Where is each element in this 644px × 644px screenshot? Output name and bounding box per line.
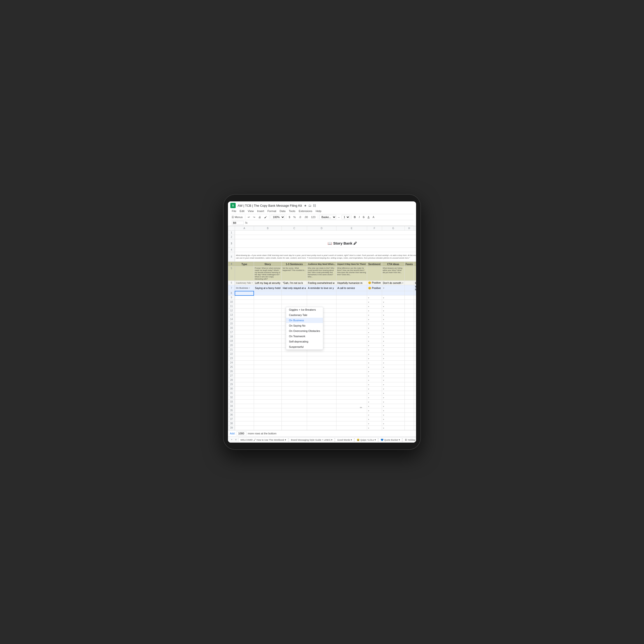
cell-story-7[interactable]: Saying at a fancy hotel (254, 285, 281, 291)
tab-welcome[interactable]: WELCOME! 🖊 How to Use This Workbook ▾ (238, 438, 288, 442)
table-row[interactable]: 8 (228, 291, 416, 295)
bold-btn[interactable]: B (353, 215, 357, 219)
menu-format[interactable]: Format (266, 209, 278, 213)
menu-extensions[interactable]: Extensions (297, 209, 314, 213)
dropdown-item-suspenseful[interactable]: Suspenseful (286, 344, 323, 349)
cell-audience-7[interactable]: A reminder to love on y (307, 285, 336, 291)
cell-ref-input[interactable] (232, 221, 244, 225)
share-icon[interactable]: ⛓ (313, 204, 316, 207)
col-header-d[interactable]: D (307, 226, 336, 231)
cell-type-6[interactable]: Cautionary Tale ▾ (235, 281, 254, 285)
type-dropdown-menu[interactable]: Giggles + Ice Breakers Cautionary Tale O… (286, 307, 323, 350)
menu-help[interactable]: Help (314, 209, 323, 213)
cell-sentiment-7[interactable]: 😊 Positive (367, 285, 382, 291)
corner-header (228, 226, 235, 231)
sheets-list-btn[interactable]: ≡ (234, 438, 238, 441)
star-icon[interactable]: ★ (304, 204, 307, 207)
tab-quips-chevron[interactable]: ▾ (375, 438, 376, 441)
size-select[interactable]: 10 (342, 215, 350, 219)
cell-impact-6[interactable]: Hopefully humanize m (336, 281, 367, 285)
spreadsheet-area[interactable]: A B C D E F G H I J K (228, 226, 416, 430)
edit-pencil-icon[interactable]: ✏ (360, 406, 362, 409)
add-rows-link[interactable]: Add (230, 432, 235, 435)
dropdown-item-self-deprecating[interactable]: Self-deprecating (286, 339, 323, 344)
dropdown-item-saying-no[interactable]: On Saying No (286, 323, 323, 328)
sep1 (245, 215, 245, 219)
cell-story-8[interactable] (254, 291, 281, 295)
menu-edit[interactable]: Edit (238, 209, 246, 213)
undo-btn[interactable]: ↩ (247, 215, 251, 219)
col-header-b[interactable]: B (254, 226, 281, 231)
tab-quips[interactable]: 😂 Quips +LOLs ▾ (355, 438, 378, 442)
dropdown-item-cautionary[interactable]: Cautionary Tale (286, 312, 323, 318)
drive-icon[interactable]: 🗂 (308, 204, 311, 207)
table-row: 4 (228, 248, 416, 252)
decimal-btn[interactable]: .0 (298, 215, 302, 219)
paint-btn[interactable]: 🖌 (263, 215, 268, 219)
cell-cta-8[interactable] (382, 291, 404, 295)
dropdown-item-obstacles[interactable]: On Overcoming Obstacles (286, 328, 323, 334)
col-header-c[interactable]: C (282, 226, 307, 231)
add-sheet-btn[interactable]: + (230, 438, 233, 441)
col-header-e[interactable]: E (336, 226, 367, 231)
italic-btn[interactable]: I (358, 215, 361, 219)
strikethrough-btn[interactable]: S (362, 215, 366, 219)
tab-quote-chevron[interactable]: ▾ (399, 438, 400, 441)
format123-btn[interactable]: 123 (310, 215, 316, 219)
cell-faves-6[interactable] (404, 281, 414, 285)
col-header-f[interactable]: F (367, 226, 382, 231)
cell-sentences-7[interactable]: Had only stayed at a (282, 285, 307, 291)
cell-story-6[interactable]: Left my bag at security (254, 281, 281, 285)
cell-sentiment-8[interactable] (367, 291, 382, 295)
tab-good-words-chevron[interactable]: ▾ (351, 438, 352, 441)
dropdown-item-business[interactable]: On Business (286, 318, 323, 323)
cell-impact-7[interactable]: A call to service (336, 285, 367, 291)
redo-btn[interactable]: ↪ (252, 215, 256, 219)
tab-holiday-copy[interactable]: 🗓 Holiday Copy ▾ (403, 438, 416, 442)
dropdown-item-giggles[interactable]: Giggles + Ice Breakers (286, 307, 323, 312)
cell-notes-6[interactable]: Email! (414, 281, 416, 285)
tab-brand-chevron[interactable]: ▾ (331, 438, 332, 441)
print-btn[interactable]: 🖨 (257, 215, 262, 219)
tab-brand-messaging[interactable]: Brand Messaging Style Guide + LINKS ▾ (289, 438, 335, 442)
menu-file[interactable]: File (230, 209, 238, 213)
menus-btn[interactable]: ☰ Menus (230, 215, 244, 219)
dash-btn[interactable]: – (337, 215, 341, 219)
col-header-h[interactable]: H (404, 226, 414, 231)
cell-sentences-8[interactable] (282, 291, 307, 295)
add-rows-count-input[interactable] (236, 432, 247, 435)
cell-sentences-6[interactable]: "Gah, I'm not so b (282, 281, 307, 285)
cell-impact-8[interactable] (336, 291, 367, 295)
col-header-g[interactable]: G (382, 226, 404, 231)
font-select[interactable]: Baske... (319, 215, 336, 219)
menu-data[interactable]: Data (278, 209, 287, 213)
decimal2-btn[interactable]: .00 (303, 215, 309, 219)
cell-type-8[interactable] (235, 291, 254, 295)
header-prompt-row: 5 Prompt: What (or what memory) made me … (228, 267, 416, 281)
menu-tools[interactable]: Tools (288, 209, 297, 213)
zoom-select[interactable]: 100% (271, 215, 285, 219)
cell-cta-6[interactable]: Don't do someth ▾ (382, 281, 404, 285)
cell-faves-8[interactable] (404, 291, 414, 295)
cell-notes-8[interactable] (414, 291, 416, 295)
cell-faves-7[interactable] (404, 285, 414, 291)
cell-sentiment-6[interactable]: 😊 Positive (367, 281, 382, 285)
cell-cta-7[interactable]: ▾ (382, 285, 404, 291)
cell-notes-7[interactable]: Watch client exMaybe a caption? (414, 285, 416, 291)
tab-good-words[interactable]: Good Words ▾ (335, 438, 354, 442)
dropdown-item-teamwork[interactable]: On Teamwork (286, 334, 323, 339)
underline-btn[interactable]: A (366, 215, 370, 219)
cell-type-7[interactable]: On Business ▾ (235, 285, 254, 291)
tab-welcome-chevron[interactable]: ▾ (285, 438, 286, 441)
percent-btn[interactable]: % (292, 215, 297, 219)
col-header-i[interactable]: I (414, 226, 416, 231)
table-row: 7 On Business ▾ Saying at a fancy hotel … (228, 285, 416, 291)
tab-quote-bucket[interactable]: 💙 Quote Bucket ▾ (378, 438, 402, 442)
cell-audience-8[interactable] (307, 291, 336, 295)
col-header-a[interactable]: A (235, 226, 254, 231)
font-color-btn[interactable]: A (371, 215, 376, 219)
currency-btn[interactable]: $ (288, 215, 291, 219)
cell-audience-6[interactable]: Feeling overwhelmed w (307, 281, 336, 285)
menu-insert[interactable]: Insert (256, 209, 266, 213)
menu-view[interactable]: View (246, 209, 255, 213)
